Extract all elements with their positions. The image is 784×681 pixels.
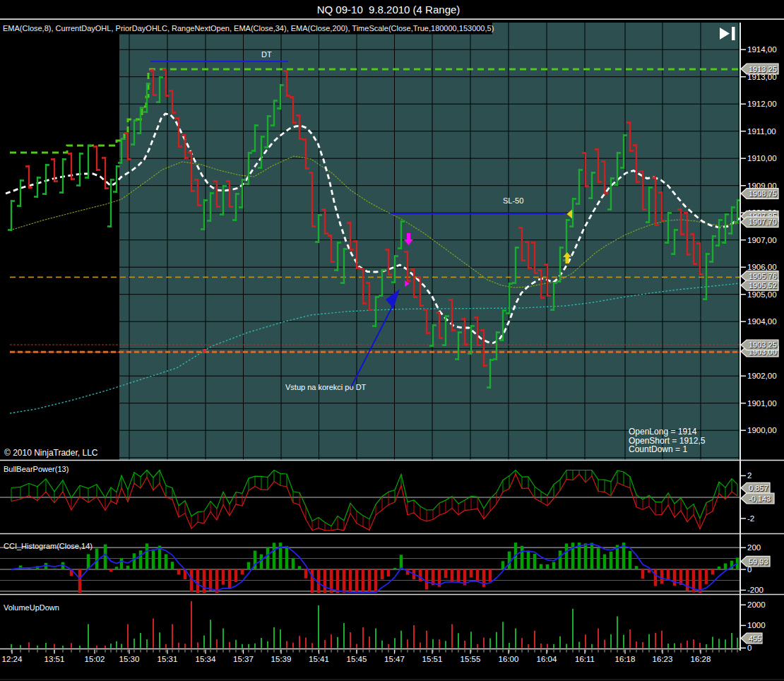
svg-text:SL-50: SL-50 <box>503 196 523 205</box>
svg-text:15:02: 15:02 <box>85 655 105 663</box>
svg-text:NQ 09-10 9.8.2010 (4 Range): NQ 09-10 9.8.2010 (4 Range) <box>317 4 461 16</box>
svg-text:1914,00: 1914,00 <box>747 45 777 54</box>
svg-text:BullBearPower(13): BullBearPower(13) <box>4 465 69 473</box>
svg-text:2000: 2000 <box>747 600 766 609</box>
svg-text:1911,00: 1911,00 <box>747 127 776 136</box>
svg-text:15:34: 15:34 <box>196 655 216 663</box>
svg-text:59,93: 59,93 <box>749 557 768 566</box>
svg-text:1901,00: 1901,00 <box>747 399 777 408</box>
svg-text:© 2010 NinjaTrader, LLC: © 2010 NinjaTrader, LLC <box>4 448 98 458</box>
svg-text:1907,70: 1907,70 <box>749 218 777 226</box>
svg-text:EMA(Close,8), CurrentDayOHL,: EMA(Close,8), CurrentDayOHL, PriorDayOHL… <box>3 24 494 32</box>
svg-text:1907,00: 1907,00 <box>747 236 777 244</box>
svg-text:Vstup na korekci po DT: Vstup na korekci po DT <box>285 383 367 391</box>
svg-text:1912,00: 1912,00 <box>747 100 777 108</box>
svg-text:0,857: 0,857 <box>749 484 768 492</box>
svg-text:12:24: 12:24 <box>2 655 23 663</box>
svg-text:CCI_Histogram(Close,14): CCI_Histogram(Close,14) <box>4 542 93 550</box>
svg-text:13:51: 13:51 <box>44 655 65 663</box>
svg-text:15:30: 15:30 <box>119 655 140 663</box>
svg-text:1906,00: 1906,00 <box>747 263 777 271</box>
svg-text:2: 2 <box>747 471 752 480</box>
svg-text:1904,00: 1904,00 <box>747 317 777 326</box>
svg-text:200: 200 <box>747 543 761 552</box>
svg-text:DT: DT <box>261 50 272 59</box>
svg-text:-200: -200 <box>747 586 764 594</box>
svg-text:1903,25: 1903,25 <box>749 340 777 349</box>
svg-text:1905,52: 1905,52 <box>749 281 777 290</box>
svg-text:15:39: 15:39 <box>271 655 292 663</box>
svg-text:1908,75: 1908,75 <box>749 189 777 198</box>
svg-text:1905,00: 1905,00 <box>747 290 777 299</box>
svg-text:15:37: 15:37 <box>233 655 254 663</box>
svg-text:-2: -2 <box>747 514 754 523</box>
svg-text:15:45: 15:45 <box>347 655 367 663</box>
svg-text:1902,00: 1902,00 <box>747 372 777 380</box>
svg-text:16:00: 16:00 <box>499 655 519 663</box>
svg-text:15:51: 15:51 <box>422 655 443 663</box>
svg-text:1905,76: 1905,76 <box>749 272 777 280</box>
svg-text:1000: 1000 <box>747 621 766 629</box>
svg-text:16:18: 16:18 <box>615 655 636 663</box>
svg-text:1900,00: 1900,00 <box>747 426 777 434</box>
svg-text:15:31: 15:31 <box>158 655 178 663</box>
svg-text:455: 455 <box>749 634 761 643</box>
svg-text:1910,00: 1910,00 <box>747 154 777 162</box>
svg-text:0: 0 <box>747 644 752 652</box>
svg-text:15:55: 15:55 <box>461 655 481 663</box>
svg-text:-0,143: -0,143 <box>749 495 771 503</box>
svg-text:15:41: 15:41 <box>309 655 329 663</box>
svg-text:16:04: 16:04 <box>537 655 557 663</box>
svg-text:15:47: 15:47 <box>384 655 405 663</box>
svg-text:16:11: 16:11 <box>575 655 595 663</box>
svg-text:CountDown = 1: CountDown = 1 <box>629 444 687 454</box>
svg-text:16:28: 16:28 <box>691 655 711 663</box>
svg-text:16:23: 16:23 <box>653 655 673 663</box>
svg-text:VolumeUpDown: VolumeUpDown <box>4 603 59 612</box>
svg-text:1913,25: 1913,25 <box>749 65 777 73</box>
